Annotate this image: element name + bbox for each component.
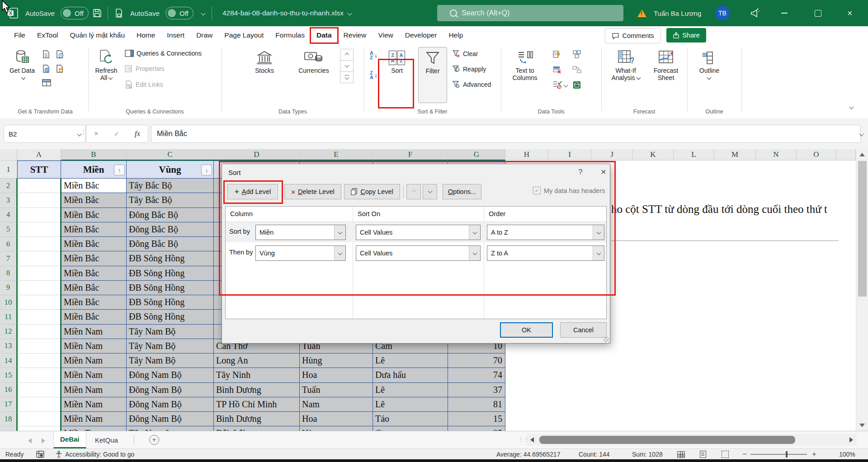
cell-C10[interactable]: ĐB Sông Hồng (127, 295, 214, 310)
megaphone-icon[interactable] (750, 0, 760, 26)
sort-by-sort-on-select[interactable]: Cell Values (356, 225, 481, 240)
column-header-h[interactable]: H (505, 149, 548, 160)
scroll-left-icon[interactable] (530, 437, 534, 443)
cell-B6[interactable]: Miền Bắc (61, 237, 127, 251)
tab-file[interactable]: File (8, 26, 31, 44)
cell-B17[interactable]: Miền Nam (61, 397, 127, 412)
cell-D19[interactable]: Đắk Lắk (214, 426, 300, 431)
row-header-19[interactable]: 19 (0, 426, 17, 431)
expand-formula-bar-chevron-icon[interactable] (858, 130, 863, 138)
cell-F18[interactable]: Táo (373, 412, 448, 426)
data-model-icon[interactable] (572, 80, 581, 90)
recent-sources-icon[interactable] (55, 50, 64, 59)
cell-D17[interactable]: TP Hồ Chí Minh (214, 397, 300, 412)
cell-C2[interactable]: Tây Bắc Bộ (127, 179, 214, 193)
tab-home[interactable]: Home (131, 26, 161, 44)
cell-A2[interactable] (17, 179, 61, 193)
zoom-out-button[interactable]: − (742, 449, 747, 460)
cell-B14[interactable]: Miền Nam (61, 354, 127, 368)
sort-button[interactable]: ZAAZ Sort (385, 47, 409, 74)
column-header-o[interactable]: O (797, 149, 836, 160)
cell-B12[interactable]: Miền Nam (61, 325, 127, 339)
flash-fill-icon[interactable] (552, 50, 561, 59)
cell-B8[interactable]: Miền Bắc (61, 266, 127, 281)
headers-checkbox[interactable]: ✓ My data has headers (533, 187, 605, 194)
cell-G14[interactable]: 70 (448, 354, 505, 368)
cell-C11[interactable]: ĐB Sông Hồng (127, 310, 214, 324)
options-button[interactable]: Options... (443, 184, 481, 199)
tab-help[interactable]: Help (443, 26, 469, 44)
cell-B16[interactable]: Miền Nam (61, 383, 127, 397)
reapply-filter-button[interactable]: Reapply (452, 65, 486, 73)
dialog-resize-grip[interactable] (604, 337, 609, 342)
from-web-icon[interactable] (42, 64, 51, 73)
data-validation-icon[interactable] (552, 80, 567, 90)
minimize-button[interactable] (781, 0, 788, 26)
sheet-tab-debai[interactable]: DeBai (53, 431, 86, 448)
cell-C18[interactable]: Đông Nam Bộ (127, 412, 214, 426)
select-all-corner[interactable] (0, 149, 17, 160)
cell-D18[interactable]: Bình Dương (214, 412, 300, 426)
cell-F17[interactable]: Lê (373, 397, 448, 412)
vertical-scroll-thumb[interactable] (858, 161, 867, 297)
column-header-e[interactable]: E (300, 149, 373, 160)
column-header-n[interactable]: N (756, 149, 797, 160)
row-header-1[interactable]: 1 (0, 160, 17, 179)
cell-C3[interactable]: Tây Bắc Bộ (127, 193, 214, 207)
cell-A6[interactable] (17, 237, 61, 251)
cell-A19[interactable] (17, 426, 61, 431)
formula-input[interactable]: Miền Bắc (151, 125, 861, 143)
cell-C16[interactable]: Đông Nam Bộ (127, 383, 214, 397)
cell-A15[interactable] (17, 368, 61, 382)
cell-A18[interactable] (17, 412, 61, 426)
data-types-gallery-scroll[interactable] (340, 49, 354, 83)
row-header-8[interactable]: 8 (0, 266, 17, 281)
cell-F14[interactable]: Lê (373, 354, 448, 368)
cell-A10[interactable] (17, 295, 61, 310)
cell-A13[interactable] (17, 339, 61, 354)
cancel-button[interactable]: Cancel (560, 322, 607, 338)
zoom-slider[interactable] (750, 449, 807, 460)
move-up-button[interactable] (406, 184, 421, 199)
filter-sort-asc-icon[interactable]: ↑ (114, 165, 125, 175)
delete-level-button[interactable]: × Delete Level (284, 184, 341, 199)
cell-C4[interactable]: Đông Bắc Bộ (127, 208, 214, 222)
filter-sort-desc-icon[interactable]: ↓ (201, 165, 212, 175)
what-if-analysis-button[interactable]: ? What-If Analysis (607, 47, 645, 81)
then-by-order-select[interactable]: Z to A (487, 245, 604, 261)
cell-A12[interactable] (17, 325, 61, 339)
view-page-layout-icon[interactable] (700, 449, 706, 460)
cell-B10[interactable]: Miền Bắc (61, 295, 127, 310)
status-sum[interactable]: Sum: 1028 (632, 449, 663, 460)
save-icon[interactable] (92, 0, 102, 26)
cell-C12[interactable]: Tây Nam Bộ (127, 325, 214, 339)
row-header-13[interactable]: 13 (0, 339, 17, 354)
cell-G16[interactable]: 37 (448, 383, 505, 397)
move-down-button[interactable] (423, 184, 437, 199)
dialog-close-button[interactable]: × (601, 167, 606, 177)
horizontal-scroll-thumb[interactable] (539, 436, 795, 444)
column-header-j[interactable]: J (591, 149, 633, 160)
cell-B9[interactable]: Miền Bắc (61, 281, 127, 295)
row-header-5[interactable]: 5 (0, 222, 17, 237)
column-header-b[interactable]: B (61, 149, 127, 160)
remove-duplicates-icon[interactable] (552, 65, 561, 74)
then-by-column-select[interactable]: Vùng (255, 245, 346, 261)
cell-D16[interactable]: Bình Dương (214, 383, 300, 397)
edit-links-button[interactable]: Edit Links (125, 80, 163, 89)
tab-extool[interactable]: ExTool (31, 26, 64, 44)
advanced-filter-button[interactable]: Advanced (452, 80, 491, 89)
cell-E18[interactable]: Hoa (300, 412, 373, 426)
column-header-c[interactable]: C (127, 149, 214, 160)
outline-button[interactable]: Outline (693, 47, 725, 81)
cell-A5[interactable] (17, 222, 61, 237)
status-average[interactable]: Average: 44.69565217 (496, 449, 560, 460)
sort-a-to-z-button[interactable]: AZ↓ (370, 51, 377, 60)
row-header-10[interactable]: 10 (0, 295, 17, 310)
row-header-17[interactable]: 17 (0, 397, 17, 412)
next-sheet-icon[interactable] (42, 438, 45, 443)
restore-button[interactable] (815, 0, 821, 26)
cell-C17[interactable]: Đông Nam Bộ (127, 397, 214, 412)
row-header-3[interactable]: 3 (0, 193, 17, 207)
enter-formula-icon[interactable]: ✓ (114, 130, 120, 138)
